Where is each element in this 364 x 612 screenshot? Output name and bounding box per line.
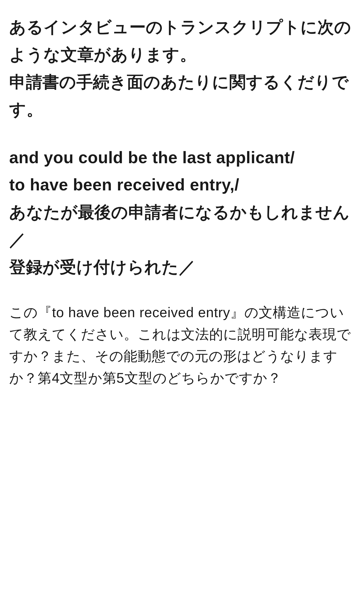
transcript-japanese-1: あなたが最後の申請者になるかもしれません／ [9, 198, 355, 253]
intro-line-2: 申請書の手続き面のあたりに関するくだりです。 [9, 73, 349, 119]
intro-paragraph: あるインタビューのトランスクリプトに次のような文章があります。 申請書の手続き面… [9, 13, 355, 123]
intro-line-1: あるインタビューのトランスクリプトに次のような文章があります。 [9, 18, 351, 64]
transcript-english-1: and you could be the last applicant/ [9, 144, 355, 171]
question-text: この『to have been received entry』の文構造について教… [9, 305, 351, 386]
transcript-japanese-2: 登録が受け付けられた／ [9, 253, 355, 281]
transcript-english-2: to have been received entry,/ [9, 171, 355, 198]
question-paragraph: この『to have been received entry』の文構造について教… [9, 301, 355, 389]
transcript-block: and you could be the last applicant/ to … [9, 144, 355, 281]
